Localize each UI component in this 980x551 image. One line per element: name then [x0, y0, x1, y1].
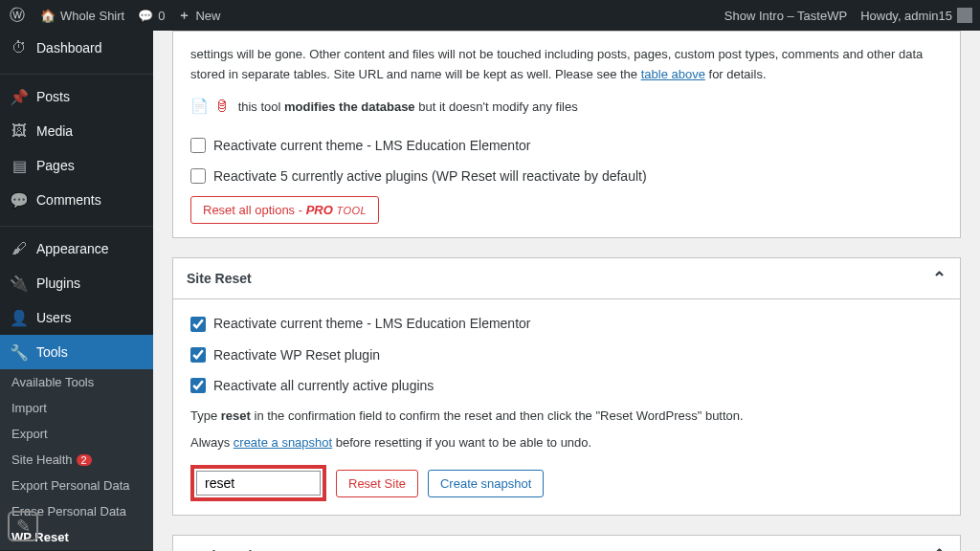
avatar — [957, 8, 972, 23]
menu-dashboard[interactable]: ⏱Dashboard — [0, 31, 153, 65]
file-icon: 📄 — [190, 95, 209, 118]
plug-icon: 🔌 — [10, 274, 29, 293]
brush-icon: 🖌 — [10, 239, 29, 258]
nuclear-reset-panel: Nuclear Site Reset - PRO TOOL ⌃ — [172, 535, 961, 551]
menu-appearance[interactable]: 🖌Appearance — [0, 231, 153, 266]
site-reset-panel: Site Reset ⌃ Reactivate current theme - … — [172, 257, 961, 516]
menu-users[interactable]: 👤Users — [0, 300, 153, 335]
wrench-icon: 🔧 — [10, 342, 29, 362]
database-icon: 🛢 — [214, 95, 229, 118]
menu-plugins[interactable]: 🔌Plugins — [0, 266, 153, 300]
wp-logo[interactable]: ⓦ — [8, 6, 27, 25]
menu-pages[interactable]: ▤Pages — [0, 148, 153, 183]
user-icon: 👤 — [10, 308, 29, 327]
submenu-import[interactable]: Import — [0, 395, 153, 421]
comment-icon: 💬 — [10, 190, 29, 209]
reset-confirm-input[interactable] — [196, 471, 321, 496]
account-link[interactable]: Howdy, admin15 — [860, 8, 972, 23]
main-content: settings will be gone. Other content and… — [153, 31, 980, 551]
admin-sidebar: ⏱Dashboard 📌Posts 🖼Media ▤Pages 💬Comment… — [0, 31, 153, 551]
submenu-export[interactable]: Export — [0, 421, 153, 447]
sr-snapshot-tip: Always create a snapshot before resettin… — [190, 433, 943, 453]
admin-bar: ⓦ 🏠Whole Shirt 💬0 ＋New Show Intro – Tast… — [0, 0, 980, 31]
db-warning: 📄🛢 this tool modifies the database but i… — [190, 95, 943, 118]
comments-link[interactable]: 💬0 — [138, 9, 165, 23]
submenu-site-health[interactable]: Site Health2 — [0, 447, 153, 473]
media-icon: 🖼 — [10, 121, 29, 141]
dashboard-icon: ⏱ — [10, 38, 29, 57]
create-snapshot-button[interactable]: Create snapshot — [428, 470, 544, 497]
options-reactivate-plugins[interactable]: Reactivate 5 currently active plugins (W… — [190, 165, 943, 187]
site-link[interactable]: 🏠Whole Shirt — [40, 9, 124, 23]
pin-icon: 📌 — [10, 87, 29, 106]
create-snapshot-link[interactable]: create a snapshot — [234, 435, 332, 450]
edit-overlay-icon[interactable]: ✎ — [8, 511, 38, 541]
sr-instruction: Type reset in the confirmation field to … — [190, 407, 943, 427]
chevron-up-icon: ⌃ — [932, 268, 947, 289]
submenu-available-tools[interactable]: Available Tools — [0, 369, 153, 395]
options-reactivate-theme[interactable]: Reactivate current theme - LMS Education… — [190, 135, 943, 156]
sr-reactivate-plugins[interactable]: Reactivate all currently active plugins — [190, 375, 943, 396]
chevron-up-icon: ⌃ — [932, 545, 947, 551]
site-reset-header[interactable]: Site Reset ⌃ — [173, 258, 960, 299]
site-health-count: 2 — [77, 454, 92, 466]
sr-reactivate-wpreset[interactable]: Reactivate WP Reset plugin — [190, 344, 943, 365]
menu-comments[interactable]: 💬Comments — [0, 183, 153, 217]
menu-posts[interactable]: 📌Posts — [0, 79, 153, 114]
options-reset-panel: settings will be gone. Other content and… — [172, 31, 961, 238]
reset-site-button[interactable]: Reset Site — [336, 470, 418, 497]
show-intro-link[interactable]: Show Intro – TasteWP — [724, 9, 847, 23]
table-above-link[interactable]: table above — [641, 67, 705, 81]
menu-tools[interactable]: 🔧Tools — [0, 335, 153, 369]
reset-all-options-button[interactable]: Reset all options - PRO TOOL — [190, 196, 379, 224]
menu-media[interactable]: 🖼Media — [0, 114, 153, 148]
nuclear-reset-header[interactable]: Nuclear Site Reset - PRO TOOL ⌃ — [173, 536, 960, 551]
sr-reactivate-theme[interactable]: Reactivate current theme - LMS Education… — [190, 313, 943, 334]
desc-text: settings will be gone. Other content and… — [190, 45, 943, 85]
new-content-link[interactable]: ＋New — [178, 7, 220, 24]
submenu-export-personal-data[interactable]: Export Personal Data — [0, 473, 153, 498]
reset-confirm-highlight — [190, 465, 326, 501]
page-icon: ▤ — [10, 156, 29, 175]
